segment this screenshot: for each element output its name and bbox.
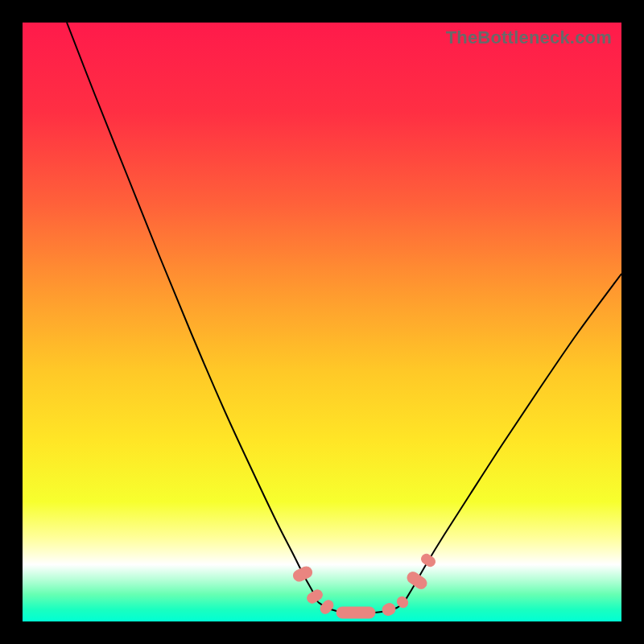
chart-svg — [23, 23, 621, 621]
plot-area: TheBottleneck.com — [23, 23, 621, 621]
watermark-text: TheBottleneck.com — [446, 27, 612, 48]
gradient-background — [23, 23, 621, 621]
floor-marker — [336, 607, 375, 618]
